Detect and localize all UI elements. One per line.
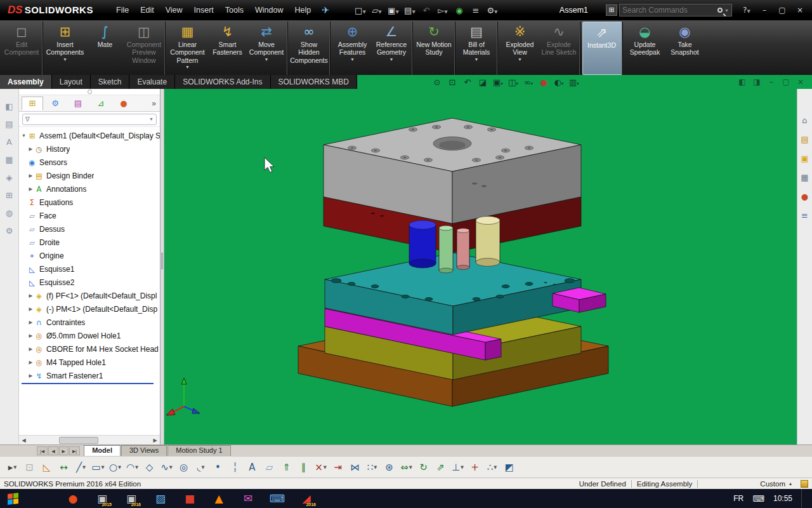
configurationmanager-tab[interactable]: ▤ bbox=[67, 97, 89, 110]
display-style-button[interactable]: ◫▾ bbox=[507, 77, 520, 87]
convert-entities-tool[interactable]: ⇑▼ bbox=[278, 458, 295, 476]
dropdown-arrow-icon[interactable]: ▼ bbox=[350, 57, 355, 62]
tab-evaluate[interactable]: Evaluate bbox=[129, 75, 175, 89]
expand-arrow-icon[interactable]: ▶ bbox=[27, 319, 34, 325]
circular-pattern-tool[interactable]: ⊛▼ bbox=[381, 458, 398, 476]
quick-snaps-tool[interactable]: ∴▼ bbox=[483, 458, 501, 476]
taskbar-clock[interactable]: 10:55 bbox=[773, 494, 792, 503]
plane-tool[interactable]: ▱▼ bbox=[261, 458, 278, 476]
search-scope-icon[interactable]: ⊞ bbox=[606, 4, 617, 16]
trim-entities-tool[interactable]: ×▼ bbox=[312, 458, 329, 476]
tree-item-plane-droite[interactable]: ▱ Droite bbox=[19, 236, 160, 249]
section-view-button[interactable]: ◪▾ bbox=[476, 77, 489, 87]
smart-fasteners-button[interactable]: ↯ Smart Fasteners ▼ bbox=[207, 22, 247, 75]
previous-tab-button[interactable]: ◀ bbox=[48, 446, 58, 455]
mate-button[interactable]: ∫ Mate ▼ bbox=[85, 22, 125, 75]
instant3d-button[interactable]: ⇗ Instant3D ▼ bbox=[582, 22, 622, 75]
select-tool[interactable]: ▸▼ bbox=[4, 458, 21, 476]
expand-arrow-icon[interactable]: ▶ bbox=[27, 306, 34, 312]
custom-properties-icon[interactable]: ≡ bbox=[801, 211, 808, 220]
menu-item[interactable]: Tools bbox=[219, 0, 249, 20]
hide-show-items-button[interactable]: ∞▾ bbox=[522, 77, 535, 87]
expand-arrow-icon[interactable]: ▶ bbox=[27, 373, 34, 378]
tree-item-dowel-hole[interactable]: ▶ ◎ Ø5.0mm Dowel Hole1 bbox=[19, 329, 160, 342]
pane-right-icon[interactable]: ◨ bbox=[752, 77, 762, 86]
dropdown-arrow-icon[interactable]: ▼ bbox=[265, 57, 269, 62]
panel-horizontal-scrollbar[interactable]: ◀ ▶ bbox=[19, 435, 160, 444]
expand-arrow-icon[interactable]: ▶ bbox=[27, 359, 34, 365]
edit-component-button[interactable]: ◻ Edit Component ▼ bbox=[3, 22, 43, 75]
edit-appearance-button[interactable]: ●▾ bbox=[537, 77, 550, 87]
explode-line-sketch-button[interactable]: ∿ Explode Line Sketch ▼ bbox=[540, 22, 580, 75]
new-document-button[interactable]: □▼ bbox=[352, 6, 369, 15]
expand-arrow-icon[interactable]: ▶ bbox=[27, 146, 34, 152]
propertymanager-tab[interactable]: ⚙ bbox=[44, 97, 66, 110]
extend-entities-tool[interactable]: ⇥▼ bbox=[329, 458, 346, 476]
vlc-icon[interactable]: ▲ bbox=[211, 490, 227, 507]
language-indicator[interactable]: FR bbox=[733, 494, 743, 503]
tree-item-equations[interactable]: Σ Equations bbox=[19, 196, 160, 209]
view-settings-button[interactable]: ▥▾ bbox=[568, 77, 580, 87]
polygon-tool[interactable]: ◇▼ bbox=[141, 458, 158, 476]
configuration-caret-icon[interactable]: ▴ bbox=[789, 481, 792, 486]
zoom-fit-button[interactable]: ⊙▾ bbox=[431, 77, 443, 87]
insert-components-button[interactable]: ⊞ Insert Components ▼ bbox=[45, 22, 85, 75]
reference-geometry-button[interactable]: ∠ Reference Geometry ▼ bbox=[372, 22, 412, 75]
new-motion-study-button[interactable]: ↻ New Motion Study ▼ bbox=[415, 22, 455, 75]
filter-box[interactable]: ∇ ▼ bbox=[22, 114, 157, 125]
tab-assembly[interactable]: Assembly bbox=[0, 75, 52, 89]
save-button[interactable]: ▣▼ bbox=[385, 6, 402, 15]
browser-icon[interactable]: ● bbox=[65, 490, 81, 507]
panel-tabs-overflow-icon[interactable]: » bbox=[152, 99, 157, 108]
dropdown-arrow-icon[interactable]: ▼ bbox=[518, 57, 522, 62]
shaded-contours-tool[interactable]: ◩▼ bbox=[501, 458, 518, 476]
expand-arrow-icon[interactable]: ▶ bbox=[27, 333, 34, 338]
mail-icon[interactable]: ✉ bbox=[240, 490, 256, 507]
tree-item-annotations[interactable]: ▶ A Annotations bbox=[19, 182, 160, 196]
minimize-window-button[interactable]: – bbox=[766, 77, 776, 86]
panel-splitter-grip[interactable] bbox=[19, 89, 160, 95]
dock-select-icon[interactable]: ◧ bbox=[5, 102, 13, 111]
scale-entities-tool[interactable]: ⇗▼ bbox=[432, 458, 449, 476]
fillet-tool[interactable]: ◟▼ bbox=[192, 458, 209, 476]
show-desktop-button[interactable] bbox=[801, 489, 806, 508]
displaymanager-tab[interactable]: ● bbox=[113, 97, 134, 110]
tree-item-m4-tapped[interactable]: ▶ ◎ M4 Tapped Hole1 bbox=[19, 356, 160, 369]
tab-3d-views[interactable]: 3D Views bbox=[121, 445, 167, 456]
tree-item-esquisse1[interactable]: ◺ Esquisse1 bbox=[19, 262, 160, 276]
dock-grid-icon[interactable]: ▦ bbox=[5, 155, 13, 164]
circle-tool[interactable]: ○▼ bbox=[107, 458, 124, 476]
dropdown-arrow-icon[interactable]: ▼ bbox=[475, 57, 479, 62]
tree-item-esquisse2[interactable]: ◺ Esquisse2 bbox=[19, 276, 160, 289]
dock-library-icon[interactable]: ▤ bbox=[5, 119, 13, 129]
dropdown-arrow-icon[interactable]: ▼ bbox=[390, 57, 394, 62]
start-button[interactable] bbox=[0, 489, 25, 508]
solidworks-2016-red-icon[interactable]: ◢ 2016 bbox=[298, 490, 315, 507]
centerline-tool[interactable]: ╎▼ bbox=[226, 458, 244, 476]
design-library-icon[interactable]: ▤ bbox=[801, 135, 808, 144]
print-button[interactable]: ▤▼ bbox=[402, 6, 418, 15]
tree-item-origine[interactable]: ⌖ Origine bbox=[19, 249, 160, 262]
tree-item-pm[interactable]: ▶ ◈ (-) PM<1> (Default<Default_Disp bbox=[19, 302, 160, 316]
expand-arrow-icon[interactable]: ▼ bbox=[20, 133, 27, 138]
graphics-viewport[interactable] bbox=[164, 89, 797, 444]
dock-annotation-icon[interactable]: A bbox=[6, 137, 12, 147]
menu-item[interactable]: Window bbox=[249, 0, 289, 20]
minimize-button[interactable]: –▼ bbox=[756, 6, 773, 15]
zoom-area-button[interactable]: ⊡▾ bbox=[446, 77, 459, 87]
undo-button[interactable]: ↶▼ bbox=[418, 6, 435, 15]
expand-arrow-icon[interactable]: ▶ bbox=[27, 293, 34, 298]
tab-layout[interactable]: Layout bbox=[52, 75, 91, 89]
spline-tool[interactable]: ∿▼ bbox=[158, 458, 175, 476]
expand-arrow-icon[interactable]: ▶ bbox=[27, 186, 34, 192]
file-properties-button[interactable]: ≡▼ bbox=[468, 6, 484, 15]
tree-item-plane-face[interactable]: ▱ Face bbox=[19, 209, 160, 222]
configuration-selector[interactable]: Custom bbox=[760, 480, 785, 488]
keyboard-app-icon[interactable]: ⌨ bbox=[269, 490, 285, 507]
search-icon[interactable] bbox=[717, 8, 723, 13]
dropdown-arrow-icon[interactable]: ▼ bbox=[63, 57, 67, 62]
ellipse-tool[interactable]: ◎▼ bbox=[175, 458, 192, 476]
tab-solidworks-add-ins[interactable]: SOLIDWORKS Add-Ins bbox=[175, 75, 270, 89]
filter-dropdown-icon[interactable]: ▼ bbox=[149, 117, 154, 121]
solidworks-2015-icon[interactable]: ▣ 2015 bbox=[94, 490, 110, 507]
